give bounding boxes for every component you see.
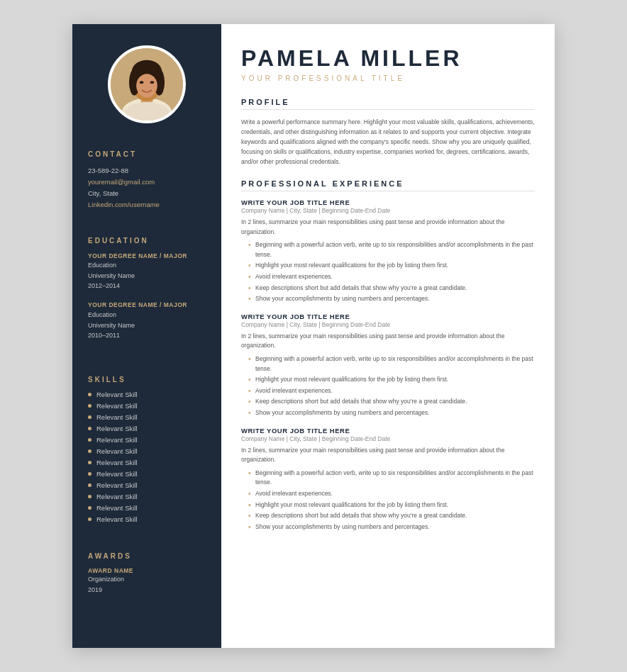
job-entry-3: WRITE YOUR JOB TITLE HERECompany Name | … [241, 427, 535, 532]
job-summary-1: In 2 lines, summarize your main responsi… [241, 218, 535, 237]
skill-bullet-icon [88, 483, 91, 487]
skills-section: SKILLS Relevant SkillRelevant SkillRelev… [72, 363, 221, 539]
skill-item-11: Relevant Skill [88, 504, 206, 512]
job-company-1: Company Name | City, State | Beginning D… [241, 207, 535, 214]
contact-linkedin[interactable]: Linkedin.com/username [88, 201, 160, 208]
skill-item-2: Relevant Skill [88, 402, 206, 410]
edu-entry-2: YOUR DEGREE NAME / MAJOR Education Unive… [88, 301, 206, 340]
skill-item-9: Relevant Skill [88, 481, 206, 489]
experience-section-title: PROFESSIONAL EXPERIENCE [241, 179, 535, 191]
skill-label: Relevant Skill [96, 447, 138, 455]
contact-email[interactable]: youremail@gmail.com [88, 178, 155, 186]
jobs-list: WRITE YOUR JOB TITLE HERECompany Name | … [241, 198, 535, 532]
edu-university-2: University Name [88, 320, 206, 330]
contact-location: City, State [88, 188, 206, 199]
job-bullets-2: Beginning with a powerful action verb, w… [241, 354, 535, 418]
skill-label: Relevant Skill [96, 504, 138, 512]
job-summary-2: In 2 lines, summarize your main responsi… [241, 332, 535, 351]
skill-label: Relevant Skill [96, 493, 138, 500]
skills-list: Relevant SkillRelevant SkillRelevant Ski… [88, 391, 206, 523]
skill-item-8: Relevant Skill [88, 470, 206, 478]
skill-label: Relevant Skill [96, 436, 138, 444]
sidebar: CONTACT 23-589-22-88 youremail@gmail.com… [72, 24, 221, 648]
job-bullet-item: Highlight your most relevant qualificati… [248, 261, 535, 271]
skill-label: Relevant Skill [96, 425, 138, 432]
resume-document: CONTACT 23-589-22-88 youremail@gmail.com… [72, 24, 555, 648]
job-title-1: WRITE YOUR JOB TITLE HERE [241, 198, 535, 206]
skill-bullet-icon [88, 472, 91, 476]
awards-section: AWARDS AWARD NAME Organization 2019 [72, 539, 221, 610]
edu-university-1: University Name [88, 271, 206, 281]
skill-bullet-icon [88, 393, 91, 396]
job-summary-3: In 2 lines, summarize your main responsi… [241, 446, 535, 465]
skill-bullet-icon [88, 404, 91, 408]
skill-bullet-icon [88, 495, 91, 498]
job-bullet-item: Beginning with a powerful action verb, w… [248, 469, 535, 488]
candidate-name: PAMELA MILLER [241, 45, 535, 72]
svg-point-7 [136, 74, 157, 97]
skill-bullet-icon [88, 438, 91, 442]
award-name-1: AWARD NAME [88, 567, 206, 574]
skill-label: Relevant Skill [96, 413, 138, 421]
skill-label: Relevant Skill [96, 459, 138, 466]
award-entry-1: AWARD NAME Organization 2019 [88, 567, 206, 595]
job-bullet-item: Avoid irrelevant experiences. [248, 489, 535, 499]
job-bullet-item: Beginning with a powerful action verb, w… [248, 354, 535, 374]
skill-bullet-icon [88, 415, 91, 419]
skill-bullet-icon [88, 461, 91, 464]
edu-years-1: 2012–2014 [88, 281, 206, 291]
profile-body: Write a powerful performance summary her… [241, 117, 535, 167]
skill-bullet-icon [88, 517, 91, 521]
job-title-2: WRITE YOUR JOB TITLE HERE [241, 313, 535, 320]
award-year-1: 2019 [88, 585, 206, 595]
skill-item-5: Relevant Skill [88, 436, 206, 444]
job-company-3: Company Name | City, State | Beginning D… [241, 435, 535, 442]
skill-item-7: Relevant Skill [88, 459, 206, 466]
job-bullets-3: Beginning with a powerful action verb, w… [241, 469, 535, 532]
job-bullet-item: Highlight your most relevant qualificati… [248, 375, 535, 385]
skill-label: Relevant Skill [96, 481, 138, 489]
skill-label: Relevant Skill [96, 391, 138, 398]
photo-area [72, 24, 221, 138]
job-entry-1: WRITE YOUR JOB TITLE HERECompany Name | … [241, 198, 535, 304]
job-bullet-item: Show your accomplishments by using numbe… [248, 294, 535, 304]
main-content: PAMELA MILLER YOUR PROFESSIONAL TITLE PR… [221, 24, 555, 648]
profile-photo [108, 45, 186, 123]
experience-section: PROFESSIONAL EXPERIENCE WRITE YOUR JOB T… [241, 179, 535, 532]
job-bullet-item: Keep descriptions short but add details … [248, 397, 535, 407]
skill-bullet-icon [88, 449, 91, 453]
skill-item-1: Relevant Skill [88, 391, 206, 398]
skill-label: Relevant Skill [96, 402, 138, 410]
job-bullet-item: Beginning with a powerful action verb, w… [248, 240, 535, 259]
resume-header: PAMELA MILLER YOUR PROFESSIONAL TITLE [241, 45, 535, 82]
svg-point-9 [150, 81, 155, 84]
contact-title: CONTACT [88, 150, 206, 158]
job-bullet-item: Highlight your most relevant qualificati… [248, 500, 535, 510]
edu-degree-2: YOUR DEGREE NAME / MAJOR [88, 301, 206, 310]
job-bullet-item: Keep descriptions short but add details … [248, 284, 535, 293]
skill-item-10: Relevant Skill [88, 493, 206, 500]
skill-label: Relevant Skill [96, 515, 138, 523]
award-org-1: Organization [88, 574, 206, 584]
education-section: EDUCATION YOUR DEGREE NAME / MAJOR Educa… [72, 224, 221, 364]
edu-type-2: Education [88, 310, 206, 320]
job-company-2: Company Name | City, State | Beginning D… [241, 321, 535, 328]
edu-degree-1: YOUR DEGREE NAME / MAJOR [88, 252, 206, 261]
job-bullet-item: Avoid irrelevant experiences. [248, 272, 535, 282]
job-title-3: WRITE YOUR JOB TITLE HERE [241, 427, 535, 435]
contact-section: CONTACT 23-589-22-88 youremail@gmail.com… [72, 138, 221, 224]
profile-section: PROFILE Write a powerful performance sum… [241, 98, 535, 167]
skills-title: SKILLS [88, 376, 206, 383]
skill-item-6: Relevant Skill [88, 447, 206, 455]
professional-title: YOUR PROFESSIONAL TITLE [241, 74, 535, 82]
contact-phone: 23-589-22-88 [88, 165, 206, 177]
skill-bullet-icon [88, 506, 91, 510]
svg-point-8 [140, 81, 144, 84]
job-bullet-item: Show your accomplishments by using numbe… [248, 522, 535, 532]
job-bullet-item: Keep descriptions short but add details … [248, 511, 535, 521]
education-title: EDUCATION [88, 237, 206, 245]
edu-entry-1: YOUR DEGREE NAME / MAJOR Education Unive… [88, 252, 206, 291]
job-bullet-item: Show your accomplishments by using numbe… [248, 408, 535, 418]
skill-label: Relevant Skill [96, 470, 138, 478]
skill-bullet-icon [88, 427, 91, 430]
